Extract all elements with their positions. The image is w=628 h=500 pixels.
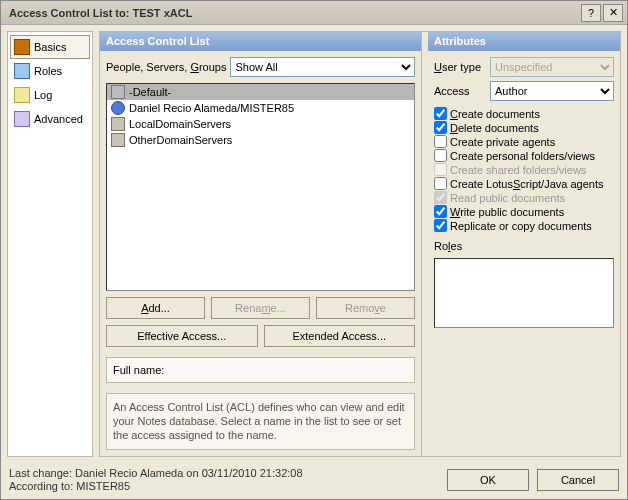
permission-row[interactable]: Create documents [434, 107, 614, 120]
rename-button[interactable]: Rename... [211, 297, 310, 319]
sidebar-item-label: Roles [34, 65, 62, 77]
acl-entry-name: Daniel Recio Alameda/MISTER85 [129, 102, 294, 114]
filter-select[interactable]: Show All [230, 57, 415, 77]
permission-row: Create shared folders/views [434, 163, 614, 176]
permission-checkbox[interactable] [434, 219, 447, 232]
close-button[interactable]: ✕ [603, 4, 623, 22]
permission-label: Create personal folders/views [450, 150, 595, 162]
acl-entry-name: -Default- [129, 86, 171, 98]
remove-button[interactable]: Remove [316, 297, 415, 319]
permission-row[interactable]: Create LotusScript/Java agents [434, 177, 614, 190]
permission-row: Read public documents [434, 191, 614, 204]
permission-row[interactable]: Create personal folders/views [434, 149, 614, 162]
sidebar: BasicsRolesLogAdvanced [7, 31, 93, 457]
ic-default-icon [111, 85, 125, 99]
sidebar-item-log[interactable]: Log [10, 83, 90, 107]
acl-list[interactable]: -Default-Daniel Recio Alameda/MISTER85Lo… [106, 83, 415, 291]
attributes-header: Attributes [428, 32, 620, 51]
titlebar: Access Control List to: TEST xACL ? ✕ [1, 1, 627, 25]
access-select[interactable]: Author [490, 81, 614, 101]
acl-entry-name: LocalDomainServers [129, 118, 231, 130]
permission-label: Replicate or copy documents [450, 220, 592, 232]
permissions-list: Create documentsDelete documentsCreate p… [434, 107, 614, 232]
footer: Last change: Daniel Recio Alameda on 03/… [1, 463, 627, 499]
window-title: Access Control List to: TEST xACL [5, 7, 579, 19]
cancel-button[interactable]: Cancel [537, 469, 619, 491]
footer-info: Last change: Daniel Recio Alameda on 03/… [9, 467, 439, 493]
permission-checkbox[interactable] [434, 121, 447, 134]
description-box: An Access Control List (ACL) defines who… [106, 393, 415, 450]
ic-book-icon [14, 39, 30, 55]
ic-log-icon [14, 87, 30, 103]
acl-entry[interactable]: Daniel Recio Alameda/MISTER85 [107, 100, 414, 116]
sidebar-item-basics[interactable]: Basics [10, 35, 90, 59]
ic-server-icon [111, 133, 125, 147]
permission-checkbox[interactable] [434, 135, 447, 148]
roles-list[interactable] [434, 258, 614, 328]
permission-label: Delete documents [450, 122, 539, 134]
ic-adv-icon [14, 111, 30, 127]
acl-entry[interactable]: -Default- [107, 84, 414, 100]
full-name-label: Full name: [113, 364, 164, 376]
help-button[interactable]: ? [581, 4, 601, 22]
permission-checkbox[interactable] [434, 107, 447, 120]
ic-server-icon [111, 117, 125, 131]
ok-button[interactable]: OK [447, 469, 529, 491]
user-type-select[interactable]: Unspecified [490, 57, 614, 77]
effective-access-button[interactable]: Effective Access... [106, 325, 258, 347]
sidebar-item-label: Basics [34, 41, 66, 53]
ic-roles-icon [14, 63, 30, 79]
permission-row[interactable]: Delete documents [434, 121, 614, 134]
extended-access-button[interactable]: Extended Access... [264, 325, 416, 347]
roles-label: Roles [434, 240, 614, 252]
add-button[interactable]: Add... [106, 297, 205, 319]
permission-label: Create private agents [450, 136, 555, 148]
acl-entry[interactable]: OtherDomainServers [107, 132, 414, 148]
access-label: Access [434, 85, 486, 97]
permission-row[interactable]: Create private agents [434, 135, 614, 148]
sidebar-item-label: Log [34, 89, 52, 101]
permission-label: Read public documents [450, 192, 565, 204]
full-name-box: Full name: [106, 357, 415, 383]
permission-label: Create shared folders/views [450, 164, 586, 176]
permission-checkbox [434, 163, 447, 176]
acl-entry-name: OtherDomainServers [129, 134, 232, 146]
filter-label: People, Servers, Groups [106, 61, 226, 73]
permission-row[interactable]: Replicate or copy documents [434, 219, 614, 232]
permission-checkbox[interactable] [434, 177, 447, 190]
permission-row[interactable]: Write public documents [434, 205, 614, 218]
permission-label: Create LotusScript/Java agents [450, 178, 603, 190]
permission-label: Create documents [450, 108, 540, 120]
acl-entry[interactable]: LocalDomainServers [107, 116, 414, 132]
sidebar-item-roles[interactable]: Roles [10, 59, 90, 83]
permission-checkbox [434, 191, 447, 204]
sidebar-item-advanced[interactable]: Advanced [10, 107, 90, 131]
permission-checkbox[interactable] [434, 149, 447, 162]
user-type-label: User type [434, 61, 486, 73]
ic-person-icon [111, 101, 125, 115]
acl-header: Access Control List [100, 32, 421, 51]
permission-label: Write public documents [450, 206, 564, 218]
sidebar-item-label: Advanced [34, 113, 83, 125]
permission-checkbox[interactable] [434, 205, 447, 218]
